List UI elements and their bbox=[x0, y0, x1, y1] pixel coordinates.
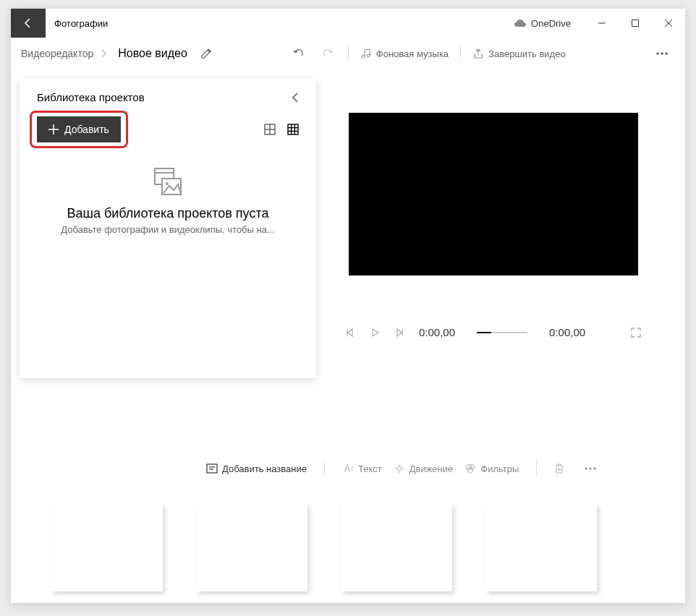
more-button[interactable] bbox=[648, 52, 676, 55]
motion-button[interactable]: Движение bbox=[394, 463, 454, 474]
seek-bar[interactable] bbox=[477, 332, 527, 333]
cloud-icon bbox=[514, 19, 527, 27]
breadcrumb-separator bbox=[101, 49, 106, 58]
separator bbox=[536, 461, 537, 476]
content-area: Библиотека проектов Добавить bbox=[11, 69, 685, 453]
svg-rect-12 bbox=[288, 124, 298, 134]
separator bbox=[324, 461, 325, 476]
grid-large-icon bbox=[264, 124, 276, 135]
add-title-button[interactable]: Добавить название bbox=[206, 463, 307, 474]
export-icon bbox=[472, 48, 484, 59]
onedrive-label: OneDrive bbox=[531, 18, 571, 29]
finish-label: Завершить видео bbox=[488, 48, 566, 59]
empty-title: Ваша библиотека проектов пуста bbox=[37, 206, 299, 221]
svg-rect-18 bbox=[155, 168, 174, 173]
arrow-left-icon bbox=[22, 17, 34, 29]
text-icon bbox=[342, 463, 354, 474]
timeline-clip[interactable] bbox=[196, 503, 307, 591]
pencil-icon bbox=[200, 48, 212, 59]
text-label: Текст bbox=[358, 463, 382, 474]
bg-music-label: Фоновая музыка bbox=[376, 48, 449, 59]
chevron-left-icon bbox=[292, 92, 299, 103]
svg-point-4 bbox=[657, 53, 659, 55]
trash-icon bbox=[554, 463, 564, 474]
more-icon bbox=[585, 467, 596, 470]
minimize-button[interactable] bbox=[585, 9, 619, 38]
timeline-clip[interactable] bbox=[485, 503, 597, 591]
grid-small-icon bbox=[287, 124, 299, 135]
undo-icon bbox=[292, 47, 305, 60]
time-total: 0:00,00 bbox=[549, 326, 585, 338]
separator bbox=[348, 46, 349, 61]
text-button[interactable]: Текст bbox=[342, 463, 382, 474]
redo-button[interactable] bbox=[313, 39, 342, 68]
app-window: Фотографии OneDrive Видеоредактор Новое … bbox=[11, 9, 685, 603]
add-label: Добавить bbox=[64, 124, 109, 135]
playback-controls: 0:00,00 0:00,00 bbox=[331, 326, 656, 338]
svg-point-24 bbox=[397, 466, 402, 471]
view-toggle bbox=[264, 124, 299, 135]
onedrive-button[interactable]: OneDrive bbox=[514, 18, 571, 29]
next-frame-button[interactable] bbox=[394, 328, 404, 338]
view-small-button[interactable] bbox=[287, 124, 299, 135]
add-button[interactable]: Добавить bbox=[37, 116, 121, 142]
motion-label: Движение bbox=[409, 463, 454, 474]
finish-video-button[interactable]: Завершить видео bbox=[467, 48, 572, 59]
app-title: Фотографии bbox=[54, 18, 514, 29]
filters-icon bbox=[464, 463, 476, 474]
step-forward-icon bbox=[394, 328, 404, 338]
library-panel: Библиотека проектов Добавить bbox=[20, 78, 316, 378]
maximize-icon bbox=[632, 20, 639, 27]
timeline-toolbar: Добавить название Текст Движение Фильтры bbox=[11, 453, 685, 484]
library-title: Библиотека проектов bbox=[37, 91, 145, 103]
toolbar: Видеоредактор Новое видео Фоновая музыка… bbox=[11, 38, 685, 69]
svg-point-34 bbox=[594, 468, 596, 470]
collapse-button[interactable] bbox=[292, 92, 299, 103]
view-large-button[interactable] bbox=[264, 124, 276, 135]
plus-icon bbox=[48, 124, 59, 134]
bg-music-button[interactable]: Фоновая музыка bbox=[355, 48, 454, 59]
breadcrumb-editor[interactable]: Видеоредактор bbox=[20, 45, 95, 62]
step-back-icon bbox=[345, 328, 355, 338]
window-controls bbox=[585, 9, 685, 38]
close-icon bbox=[665, 20, 672, 27]
video-preview[interactable] bbox=[349, 113, 638, 275]
library-header: Библиотека проектов bbox=[37, 91, 299, 103]
preview-area: 0:00,00 0:00,00 bbox=[331, 78, 685, 453]
svg-point-33 bbox=[590, 468, 592, 470]
empty-media-icon bbox=[150, 164, 185, 199]
filters-label: Фильтры bbox=[480, 463, 519, 474]
titlebar: Фотографии OneDrive bbox=[11, 9, 685, 38]
delete-button[interactable] bbox=[554, 463, 564, 474]
title-card-icon bbox=[206, 463, 218, 474]
maximize-button[interactable] bbox=[619, 9, 652, 38]
svg-rect-1 bbox=[632, 20, 639, 27]
fullscreen-icon bbox=[630, 327, 642, 338]
fullscreen-button[interactable] bbox=[630, 327, 642, 338]
library-controls: Добавить bbox=[37, 116, 299, 142]
edit-name-button[interactable] bbox=[200, 48, 212, 59]
separator bbox=[460, 46, 461, 61]
timeline-more-button[interactable] bbox=[585, 467, 596, 470]
timeline-clip[interactable] bbox=[51, 503, 163, 591]
time-current: 0:00,00 bbox=[419, 326, 455, 338]
project-name[interactable]: Новое видео bbox=[112, 44, 193, 63]
timeline-clip[interactable] bbox=[341, 503, 452, 591]
prev-frame-button[interactable] bbox=[345, 328, 355, 338]
undo-button[interactable] bbox=[284, 39, 313, 68]
play-button[interactable] bbox=[370, 328, 380, 338]
back-button[interactable] bbox=[11, 9, 46, 38]
add-title-label: Добавить название bbox=[222, 463, 307, 474]
redo-icon bbox=[321, 47, 334, 60]
svg-point-20 bbox=[166, 182, 169, 185]
svg-point-5 bbox=[661, 53, 663, 55]
close-button[interactable] bbox=[652, 9, 685, 38]
svg-point-6 bbox=[666, 53, 668, 55]
filters-button[interactable]: Фильтры bbox=[464, 463, 519, 474]
play-icon bbox=[370, 328, 380, 338]
motion-icon bbox=[394, 463, 405, 474]
svg-point-32 bbox=[585, 468, 587, 470]
library-empty-state: Ваша библиотека проектов пуста Добавьте … bbox=[37, 164, 299, 235]
timeline[interactable] bbox=[11, 484, 685, 591]
empty-subtitle: Добавьте фотографии и видеоклипы, чтобы … bbox=[37, 224, 299, 235]
